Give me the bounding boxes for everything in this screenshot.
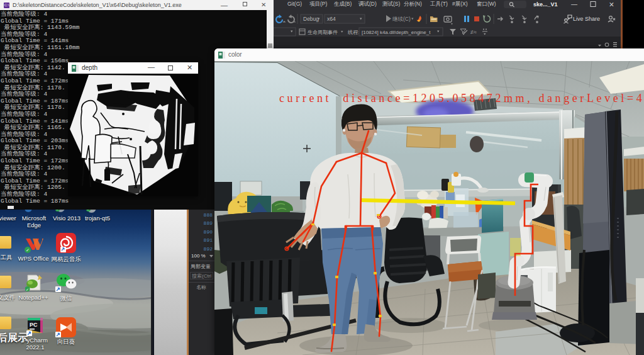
svg-text:PC: PC: [30, 322, 38, 328]
svg-text:继续(C): 继续(C): [392, 16, 411, 22]
svg-text:生成(B): 生成(B): [334, 1, 352, 7]
svg-text:✕: ✕: [609, 1, 614, 8]
svg-text:—: —: [571, 1, 577, 8]
svg-text:窗口(W): 窗口(W): [477, 1, 496, 7]
svg-text:Live Share: Live Share: [573, 16, 600, 22]
svg-text:项目(P): 项目(P): [309, 1, 328, 7]
svg-text:x64: x64: [327, 16, 336, 22]
svg-text:Debug: Debug: [303, 16, 319, 22]
svg-text:测试(S): 测试(S): [382, 1, 401, 7]
svg-text:线程:: 线程:: [347, 30, 359, 35]
svg-text:Git(G): Git(G): [287, 1, 302, 7]
svg-text:分析(N): 分析(N): [404, 1, 422, 7]
svg-text:工具(T): 工具(T): [430, 1, 448, 7]
svg-text:ske..._V1: ske..._V1: [533, 1, 558, 8]
svg-text:#展(X): #展(X): [452, 1, 468, 7]
svg-text:生命周期事件: 生命周期事件: [308, 30, 338, 35]
svg-text:调试(D): 调试(D): [358, 1, 377, 7]
svg-text:✓: ✓: [26, 288, 29, 291]
svg-text:≠≈: ≠≈: [470, 29, 477, 35]
svg-text:[10824] k4a.dll!depth_engine_t: [10824] k4a.dll!depth_engine_t: [362, 30, 431, 35]
svg-text:✓: ✓: [26, 248, 30, 252]
svg-text:current distance=1205.058472m: current distance=1205.058472mm, dangerLe…: [279, 92, 644, 104]
